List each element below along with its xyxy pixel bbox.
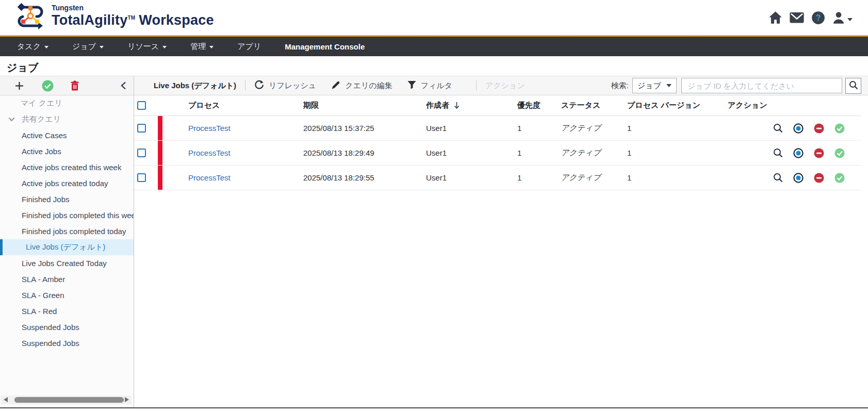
chevron-down-icon (666, 84, 672, 87)
sidebar-group-shared-queries[interactable]: 共有クエリ (0, 111, 134, 127)
column-header-priority[interactable]: 優先度 (515, 101, 559, 110)
row-action-group (718, 173, 861, 183)
current-query-title: Live Jobs (デフォルト) (154, 81, 236, 91)
brand-product: TotalAgility (52, 12, 127, 28)
filter-button[interactable]: フィルタ (407, 80, 452, 91)
sidebar-item-live-jobs-default[interactable]: Live Jobs (デフォルト) (0, 239, 134, 255)
sidebar-item-active-jobs-created-this-week[interactable]: Active jobs created this week (0, 159, 134, 175)
filter-icon (407, 80, 416, 91)
view-details-icon[interactable] (773, 123, 783, 133)
search-scope-select[interactable]: ジョブ (632, 78, 677, 93)
help-glyph: ? (816, 13, 821, 22)
search-icon (849, 80, 858, 91)
add-query-button[interactable] (14, 81, 24, 91)
home-icon[interactable] (768, 11, 782, 24)
table-row: ProcessTest 2025/08/13 18:29:49 User1 1 … (134, 141, 861, 166)
view-details-icon[interactable] (773, 173, 783, 183)
column-header-status[interactable]: ステータス (559, 101, 620, 110)
sidebar-item-suspended-jobs[interactable]: Suspended Jobs (0, 319, 134, 335)
nav-item-tasks[interactable]: タスク (17, 42, 48, 52)
sidebar-group-my-queries[interactable]: マイ クエリ (0, 95, 134, 111)
column-header-creator[interactable]: 作成者 (422, 101, 515, 110)
sidebar-horizontal-scrollbar[interactable] (1, 395, 132, 404)
sidebar-item-finished-jobs-completed-this-week[interactable]: Finished jobs completed this week (0, 207, 134, 223)
sidebar-item-active-cases[interactable]: Active Cases (0, 127, 134, 143)
status: アクティブ (561, 123, 601, 132)
suspend-icon[interactable] (814, 123, 824, 134)
refresh-button[interactable]: リフレッシュ (254, 80, 316, 91)
column-header-due[interactable]: 期限 (296, 101, 422, 110)
priority: 1 (515, 149, 559, 157)
brand-suffix: Workspace (139, 12, 214, 28)
complete-icon[interactable] (834, 148, 845, 158)
row-checkbox[interactable] (137, 124, 146, 133)
collapse-sidebar-button[interactable] (121, 81, 126, 90)
main-nav: タスク ジョブ リソース 管理 アプリ Management Console (0, 37, 868, 56)
column-header-process[interactable]: プロセス (162, 101, 296, 110)
sidebar-item-finished-jobs[interactable]: Finished Jobs (0, 191, 134, 207)
nav-item-jobs[interactable]: ジョブ (72, 42, 104, 52)
edit-query-button[interactable]: クエリの編集 (331, 80, 392, 91)
due-date: 2025/08/13 15:37:25 (296, 124, 422, 133)
main-area: マイ クエリ 共有クエリ Active Cases Active Jobs Ac… (0, 95, 868, 407)
delete-query-button[interactable] (70, 80, 79, 91)
status: アクティブ (561, 173, 601, 182)
nav-item-admin[interactable]: 管理 (190, 42, 214, 52)
nav-item-management-console[interactable]: Management Console (285, 42, 365, 51)
search-button[interactable] (845, 78, 861, 94)
help-icon[interactable]: ? (811, 11, 825, 25)
sort-desc-icon (454, 102, 460, 109)
activity-radio-icon[interactable] (793, 148, 804, 158)
scrollbar-thumb[interactable] (14, 397, 124, 403)
save-query-button[interactable] (42, 80, 54, 92)
scroll-left-arrow-icon[interactable] (4, 397, 8, 402)
process-version: 1 (620, 124, 718, 133)
sidebar-item-sla-amber[interactable]: SLA - Amber (0, 271, 134, 287)
creator: User1 (422, 173, 515, 182)
sla-red-flag (158, 141, 162, 165)
sla-red-flag (158, 166, 162, 190)
brand-product-line: TotalAgilityTMWorkspace (52, 13, 214, 27)
select-all-checkbox[interactable] (137, 101, 146, 110)
status: アクティブ (561, 148, 601, 157)
due-date: 2025/08/13 18:29:55 (296, 173, 422, 182)
nav-item-apps[interactable]: アプリ (237, 42, 261, 52)
sidebar-item-active-jobs[interactable]: Active Jobs (0, 143, 134, 159)
chevron-down-icon (8, 117, 15, 122)
refresh-icon (254, 80, 264, 91)
complete-icon[interactable] (834, 123, 845, 134)
sidebar-item-active-jobs-created-today[interactable]: Active jobs created today (0, 175, 134, 191)
view-details-icon[interactable] (773, 148, 783, 158)
search-input[interactable] (681, 78, 842, 93)
page-title: ジョブ (0, 56, 868, 76)
table-row: ProcessTest 2025/08/13 18:29:55 User1 1 … (134, 166, 861, 190)
toolbar: Live Jobs (デフォルト) リフレッシュ クエリの編集 フィルタ (0, 76, 868, 95)
column-header-actions: アクション (718, 101, 861, 110)
actions-button[interactable]: アクション (485, 81, 525, 91)
sidebar-item-finished-jobs-completed-today[interactable]: Finished jobs completed today (0, 223, 134, 239)
creator: User1 (422, 149, 515, 157)
brand-logo: Tungsten TotalAgilityTMWorkspace (14, 2, 214, 33)
column-header-version[interactable]: プロセス バージョン (620, 101, 718, 110)
complete-icon[interactable] (834, 173, 845, 183)
row-checkbox[interactable] (137, 173, 146, 182)
process-version: 1 (620, 173, 718, 182)
sidebar-item-live-jobs-created-today[interactable]: Live Jobs Created Today (0, 255, 134, 271)
row-checkbox[interactable] (137, 149, 146, 157)
activity-radio-icon[interactable] (793, 173, 804, 183)
process-link[interactable]: ProcessTest (188, 173, 231, 182)
process-link[interactable]: ProcessTest (188, 124, 231, 133)
activity-radio-icon[interactable] (793, 123, 804, 134)
chevron-down-icon (100, 46, 104, 48)
brand-text: Tungsten TotalAgilityTMWorkspace (52, 2, 214, 27)
nav-item-resources[interactable]: リソース (127, 42, 167, 52)
user-menu-icon[interactable] (832, 11, 853, 24)
sidebar-item-sla-green[interactable]: SLA - Green (0, 287, 134, 303)
sidebar-item-sla-red[interactable]: SLA - Red (0, 303, 134, 319)
sidebar-item-suspended-jobs-2[interactable]: Suspended Jobs (0, 335, 134, 351)
suspend-icon[interactable] (814, 148, 824, 158)
scroll-right-arrow-icon[interactable] (125, 397, 129, 402)
suspend-icon[interactable] (814, 173, 824, 183)
inbox-icon[interactable] (789, 11, 805, 24)
process-link[interactable]: ProcessTest (188, 149, 231, 157)
